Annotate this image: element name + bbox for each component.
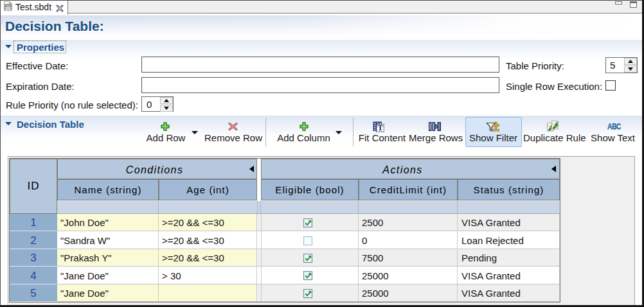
svg-text:T: T <box>378 123 384 132</box>
